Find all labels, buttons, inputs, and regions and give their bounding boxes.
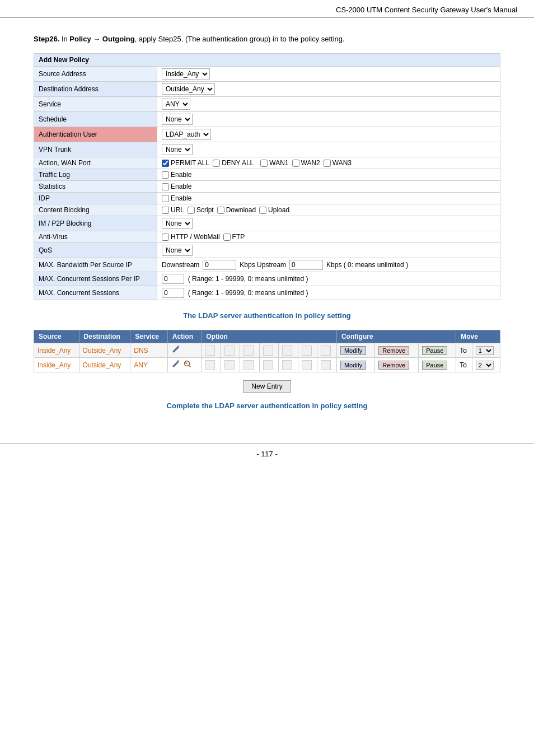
row2-source-link[interactable]: Inside_Any bbox=[38, 361, 71, 369]
statistics-enable: Enable bbox=[171, 183, 191, 190]
row1-dest-link[interactable]: Outside_Any bbox=[83, 347, 121, 354]
row2-service-link[interactable]: ANY bbox=[134, 361, 148, 369]
bandwidth-unit: Kbps ( 0: means unlimited ) bbox=[326, 261, 408, 269]
source-address-select[interactable]: Inside_Any bbox=[162, 68, 210, 80]
auth-user-select[interactable]: LDAP_auth bbox=[162, 129, 211, 140]
policy-row-2: Inside_Any Outside_Any ANY bbox=[34, 358, 500, 372]
policy-table-body: Inside_Any Outside_Any DNS Modify bbox=[34, 343, 500, 372]
upload-item: Upload bbox=[259, 206, 289, 214]
statistics-checkbox[interactable] bbox=[162, 183, 169, 190]
row2-opt6 bbox=[298, 358, 317, 372]
im-p2p-select[interactable]: None bbox=[162, 218, 193, 229]
search-icon bbox=[183, 360, 192, 368]
page-header: CS-2000 UTM Content Security Gateway Use… bbox=[0, 0, 534, 18]
add-new-policy-form: Add New Policy Source Address Inside_Any… bbox=[34, 53, 500, 300]
page-content: Step26. In Policy → Outgoing, apply Step… bbox=[0, 18, 534, 444]
traffic-log-checkbox[interactable] bbox=[162, 171, 169, 179]
idp-cell: Enable bbox=[157, 193, 500, 204]
qos-cell: None bbox=[157, 243, 500, 258]
upstream-input[interactable] bbox=[289, 260, 323, 270]
option-cell bbox=[205, 360, 215, 370]
downstream-input[interactable] bbox=[203, 260, 236, 270]
deny-all-item: DENY ALL bbox=[213, 159, 254, 167]
deny-all-checkbox[interactable] bbox=[213, 160, 220, 167]
row2-destination: Outside_Any bbox=[79, 358, 130, 372]
row2-source: Inside_Any bbox=[34, 358, 79, 372]
destination-address-label: Destination Address bbox=[34, 82, 157, 97]
row2-action[interactable] bbox=[167, 358, 202, 372]
idp-row: IDP Enable bbox=[34, 193, 500, 204]
row2-dest-link[interactable]: Outside_Any bbox=[83, 361, 121, 369]
im-p2p-cell: None bbox=[157, 216, 500, 231]
permit-all-checkbox[interactable] bbox=[162, 160, 169, 167]
max-concurrent-hint: ( Range: 1 - 99999, 0: means unlimited ) bbox=[186, 289, 308, 297]
svg-point-4 bbox=[186, 362, 188, 364]
qos-select[interactable]: None bbox=[162, 245, 193, 256]
row1-action[interactable] bbox=[167, 343, 202, 358]
http-webmail-checkbox[interactable] bbox=[162, 234, 169, 241]
pencil-icon-2 bbox=[171, 360, 180, 368]
traffic-log-item: Enable bbox=[162, 171, 495, 179]
row1-source: Inside_Any bbox=[34, 343, 79, 358]
policy-table-header: Source Destination Service Action Option… bbox=[34, 330, 500, 343]
new-entry-button[interactable]: New Entry bbox=[243, 380, 291, 393]
page-number: - 117 - bbox=[256, 450, 278, 458]
row2-opt5 bbox=[279, 358, 298, 372]
option-cell bbox=[321, 360, 331, 370]
row2-remove: Remove bbox=[375, 358, 419, 372]
max-concurrent-input[interactable] bbox=[162, 288, 184, 298]
row1-pause-button[interactable]: Pause bbox=[422, 346, 447, 355]
deny-all-label: DENY ALL bbox=[222, 159, 254, 167]
row2-move-select[interactable]: 12 bbox=[476, 361, 494, 370]
page-footer: - 117 - bbox=[0, 444, 534, 464]
auth-user-label: Authentication User bbox=[34, 127, 157, 142]
row2-modify-button[interactable]: Modify bbox=[340, 361, 366, 370]
upload-checkbox[interactable] bbox=[259, 207, 266, 214]
bandwidth-group: Downstream Kbps Upstream Kbps ( 0: means… bbox=[162, 260, 495, 270]
row2-opt4 bbox=[259, 358, 279, 372]
row1-move-select[interactable]: 12 bbox=[476, 346, 494, 355]
col-service: Service bbox=[130, 330, 167, 343]
row1-modify-button[interactable]: Modify bbox=[340, 346, 366, 355]
row2-modify: Modify bbox=[336, 358, 374, 372]
row2-pause-button[interactable]: Pause bbox=[422, 361, 447, 370]
download-label: Download bbox=[226, 206, 256, 214]
downstream-label: Downstream bbox=[162, 261, 199, 269]
caption2: Complete the LDAP server authentication … bbox=[34, 402, 500, 410]
row1-opt1 bbox=[202, 343, 221, 358]
row1-source-link[interactable]: Inside_Any bbox=[38, 347, 71, 354]
url-label: URL bbox=[171, 206, 184, 214]
step-bold: Policy → Outgoing bbox=[69, 35, 134, 43]
caption1: The LDAP server authentication in policy… bbox=[34, 311, 500, 320]
col-configure: Configure bbox=[336, 330, 456, 343]
destination-address-select[interactable]: Outside_Any bbox=[162, 83, 215, 95]
url-checkbox[interactable] bbox=[162, 207, 169, 214]
statistics-cell: Enable bbox=[157, 181, 500, 193]
service-select[interactable]: ANY bbox=[162, 99, 190, 110]
policy-row-1: Inside_Any Outside_Any DNS Modify bbox=[34, 343, 500, 358]
wan1-checkbox[interactable] bbox=[260, 160, 268, 167]
download-checkbox[interactable] bbox=[217, 207, 224, 214]
max-concurrent-ip-input[interactable] bbox=[162, 274, 184, 284]
ftp-checkbox[interactable] bbox=[223, 234, 231, 241]
vpn-trunk-row: VPN Trunk None bbox=[34, 142, 500, 157]
row1-remove-button[interactable]: Remove bbox=[378, 346, 409, 355]
script-label: Script bbox=[196, 206, 214, 214]
wan2-checkbox[interactable] bbox=[292, 160, 299, 167]
max-concurrent-row: MAX. Concurrent Sessions ( Range: 1 - 99… bbox=[34, 286, 500, 300]
antivirus-group: HTTP / WebMail FTP bbox=[162, 233, 495, 241]
schedule-select[interactable]: None bbox=[162, 114, 193, 125]
source-address-cell: Inside_Any bbox=[157, 67, 500, 82]
idp-label: IDP bbox=[34, 193, 157, 204]
script-checkbox[interactable] bbox=[188, 207, 195, 214]
content-blocking-group: URL Script Download Upload bbox=[162, 206, 495, 214]
row1-service-link[interactable]: DNS bbox=[134, 347, 148, 354]
row2-remove-button[interactable]: Remove bbox=[378, 361, 409, 370]
idp-checkbox[interactable] bbox=[162, 195, 169, 202]
wan3-checkbox[interactable] bbox=[324, 160, 331, 167]
row2-service: ANY bbox=[130, 358, 167, 372]
traffic-log-row: Traffic Log Enable bbox=[34, 169, 500, 181]
policy-table: Source Destination Service Action Option… bbox=[34, 330, 500, 372]
row1-remove: Remove bbox=[375, 343, 419, 358]
vpn-trunk-select[interactable]: None bbox=[162, 144, 193, 155]
